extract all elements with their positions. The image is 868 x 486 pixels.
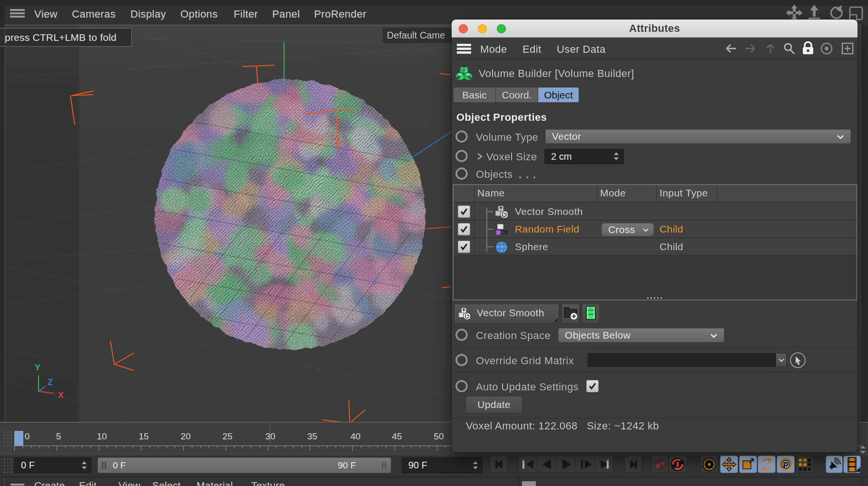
svg-text:P: P [783, 461, 789, 469]
svg-text:Z: Z [48, 378, 53, 387]
svg-text:X: X [58, 390, 64, 400]
svg-text:Y: Y [35, 363, 40, 372]
